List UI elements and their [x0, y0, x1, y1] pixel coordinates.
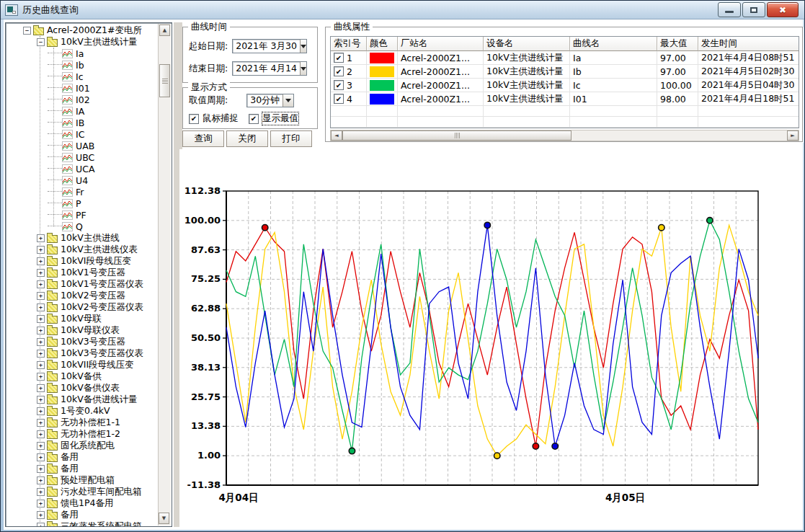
tree-item[interactable]: UCA	[6, 163, 159, 174]
tree-item[interactable]: I02	[6, 94, 159, 105]
column-header[interactable]: 索引号	[331, 37, 367, 51]
tree-item[interactable]: +污水处理车间配电箱	[6, 486, 159, 497]
expand-expander-icon[interactable]: +	[37, 384, 45, 392]
table-scrollbar-thumb[interactable]	[342, 130, 571, 141]
expand-expander-icon[interactable]: +	[37, 292, 45, 300]
tree-item[interactable]: +10kVI段母线压变	[6, 255, 159, 267]
tree-item[interactable]: I01	[6, 82, 159, 94]
tree-item[interactable]: Ia	[6, 48, 159, 59]
close-dialog-button[interactable]: 关闭	[226, 130, 268, 147]
dropdown-arrow-icon[interactable]	[300, 62, 306, 75]
table-row[interactable]: ✔4Acrel-2000Z1...10kV主供进线计量I0198.002021年…	[331, 92, 799, 106]
collapse-expander-icon[interactable]: −	[23, 27, 31, 35]
close-window-button[interactable]: ✖	[767, 2, 799, 17]
expand-expander-icon[interactable]: +	[37, 280, 45, 288]
expand-expander-icon[interactable]: +	[37, 430, 45, 438]
start-date-select[interactable]: 2021年 3月30	[232, 39, 307, 53]
expand-expander-icon[interactable]: +	[37, 373, 45, 381]
row-checkbox[interactable]: ✔	[334, 66, 344, 76]
tree-item[interactable]: +馈电1P4备用	[6, 497, 159, 509]
expand-expander-icon[interactable]: +	[37, 303, 45, 311]
tree-item[interactable]: +10kV主供进线仪表	[6, 244, 159, 255]
expand-expander-icon[interactable]: +	[37, 407, 45, 415]
tree-item[interactable]: U4	[6, 174, 159, 186]
tree-item[interactable]: +备用	[6, 463, 159, 474]
tree-item[interactable]: +备用	[6, 451, 159, 463]
tree-item[interactable]: +10kV母联	[6, 313, 159, 324]
tree-item[interactable]: +10kV2号变压器	[6, 290, 159, 301]
tree-item[interactable]: +10kV1号变压器仪表	[6, 278, 159, 290]
expand-expander-icon[interactable]: +	[37, 269, 45, 277]
end-date-select[interactable]: 2021年 4月14	[232, 61, 307, 76]
table-row[interactable]: ✔3Acrel-2000Z1...10kV主供进线计量Ic100.002021年…	[331, 79, 799, 92]
column-header[interactable]: 颜色	[367, 37, 398, 51]
tree-item[interactable]: IA	[6, 105, 159, 117]
period-select[interactable]: 30分钟	[246, 94, 294, 107]
table-horizontal-scrollbar[interactable]: ◄ ►	[330, 130, 799, 141]
tree-item[interactable]: IC	[6, 128, 159, 140]
expand-expander-icon[interactable]: +	[37, 465, 45, 473]
tree-item[interactable]: −10kV主供进线计量	[6, 36, 159, 48]
expand-expander-icon[interactable]: +	[37, 315, 45, 323]
tree-item[interactable]: +三效蒸发系统配电箱	[6, 520, 159, 526]
column-header[interactable]: 发生时间	[698, 37, 799, 51]
expand-expander-icon[interactable]: +	[37, 419, 45, 427]
expand-expander-icon[interactable]: +	[37, 396, 45, 404]
column-header[interactable]: 设备名	[484, 37, 570, 51]
tree-item[interactable]: +10kV主供进线	[6, 232, 159, 244]
row-checkbox[interactable]: ✔	[334, 53, 344, 63]
column-header[interactable]: 最大值	[657, 37, 698, 51]
tree-item[interactable]: +预处理配电箱	[6, 474, 159, 486]
expand-expander-icon[interactable]: +	[37, 511, 45, 519]
row-checkbox[interactable]: ✔	[334, 94, 344, 104]
column-header[interactable]: 曲线名	[570, 37, 657, 51]
tree-item[interactable]: +1号变0.4kV	[6, 405, 159, 417]
print-button[interactable]: 打印	[270, 130, 312, 147]
dropdown-arrow-icon[interactable]	[300, 40, 306, 53]
collapse-expander-icon[interactable]: −	[37, 38, 45, 46]
tree-item[interactable]: +无功补偿柜1-1	[6, 417, 159, 428]
expand-expander-icon[interactable]: +	[37, 361, 45, 369]
scroll-up-arrow-icon[interactable]: ▲	[159, 25, 170, 36]
show-extremes-checkbox[interactable]: ✔	[249, 114, 259, 124]
expand-expander-icon[interactable]: +	[37, 453, 45, 461]
expand-expander-icon[interactable]: +	[37, 476, 45, 484]
maximize-button[interactable]	[742, 2, 765, 17]
tree-item[interactable]: PF	[6, 209, 159, 221]
scroll-down-arrow-icon[interactable]: ▼	[159, 513, 169, 524]
tree-item[interactable]: +10kVII段母线压变	[6, 359, 159, 371]
tree-item[interactable]: +10kV3号变压器	[6, 336, 159, 347]
tree-item[interactable]: IB	[6, 117, 159, 128]
tree-item[interactable]: +10kV2号变压器仪表	[6, 301, 159, 313]
expand-expander-icon[interactable]: +	[37, 234, 45, 242]
tree-item[interactable]: Q	[6, 221, 159, 232]
tree-item[interactable]: −Acrel-2000Z1#变电所	[6, 25, 159, 36]
expand-expander-icon[interactable]: +	[37, 442, 45, 450]
expand-expander-icon[interactable]: +	[37, 500, 45, 507]
tree-item[interactable]: +10kV备供	[6, 371, 159, 382]
tree-item[interactable]: Ib	[6, 59, 159, 71]
expand-expander-icon[interactable]: +	[37, 350, 45, 358]
dropdown-arrow-icon[interactable]	[283, 94, 293, 107]
tree-item[interactable]: +10kV备供仪表	[6, 382, 159, 394]
expand-expander-icon[interactable]: +	[37, 488, 45, 496]
row-checkbox[interactable]: ✔	[334, 80, 344, 90]
scroll-right-arrow-icon[interactable]: ►	[787, 130, 799, 141]
scroll-left-arrow-icon[interactable]: ◄	[331, 130, 342, 141]
tree-item[interactable]: UBC	[6, 151, 159, 163]
expand-expander-icon[interactable]: +	[37, 257, 45, 265]
tree-item[interactable]: +无功补偿柜1-2	[6, 428, 159, 440]
query-button[interactable]: 查询	[182, 130, 224, 147]
minimize-button[interactable]	[718, 2, 741, 17]
tree-scrollbar[interactable]: ▲ ▼	[158, 24, 171, 526]
tree-item[interactable]: +10kV3号变压器仪表	[6, 347, 159, 359]
tree-item[interactable]: +10kV1号变压器	[6, 267, 159, 278]
expand-expander-icon[interactable]: +	[37, 523, 45, 527]
tree-item[interactable]: Fr	[6, 186, 159, 198]
tree-item[interactable]: +固化系统配电	[6, 440, 159, 451]
tree-item[interactable]: +备用	[6, 509, 159, 520]
table-row[interactable]: ✔2Acrel-2000Z1...10kV主供进线计量Ib97.002021年4…	[331, 65, 799, 79]
expand-expander-icon[interactable]: +	[37, 327, 45, 334]
mouse-capture-checkbox[interactable]: ✔	[189, 114, 199, 124]
expand-expander-icon[interactable]: +	[37, 338, 45, 346]
